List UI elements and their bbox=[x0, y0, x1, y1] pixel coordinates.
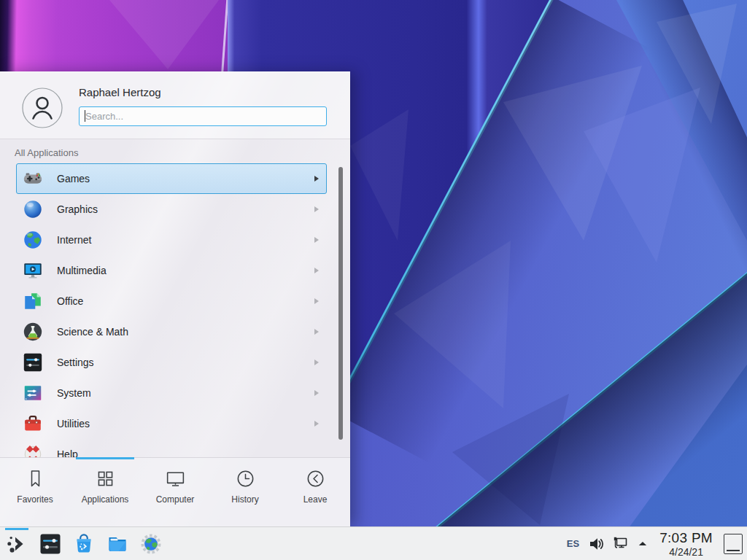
menu-item-settings[interactable]: Settings bbox=[16, 347, 327, 378]
flask-icon bbox=[22, 321, 44, 343]
network-icon bbox=[611, 535, 629, 553]
taskbar-panel: ES 7:03 PM 4/24/21 bbox=[0, 526, 747, 560]
digital-clock[interactable]: 7:03 PM 4/24/21 bbox=[657, 531, 716, 557]
submenu-arrow-icon bbox=[314, 268, 319, 273]
menu-item-internet[interactable]: Internet bbox=[16, 225, 327, 255]
launcher-application-launcher[interactable] bbox=[3, 527, 31, 560]
menu-item-games[interactable]: Games bbox=[16, 163, 327, 194]
tab-label: History bbox=[231, 494, 258, 505]
menu-item-office[interactable]: Office bbox=[16, 286, 327, 316]
kde-launcher-icon bbox=[5, 532, 28, 556]
expand-tray-button[interactable] bbox=[635, 537, 650, 551]
discover-bag-icon bbox=[72, 532, 96, 556]
tab-label: Applications bbox=[82, 494, 129, 505]
submenu-arrow-icon bbox=[314, 206, 319, 212]
menu-item-label: Utilities bbox=[57, 418, 90, 429]
submenu-arrow-icon bbox=[314, 298, 319, 304]
volume-button[interactable] bbox=[587, 535, 605, 553]
toolbox-icon bbox=[22, 413, 44, 435]
launcher-file-manager[interactable] bbox=[104, 527, 131, 560]
system-tray: ES 7:03 PM 4/24/21 bbox=[565, 531, 747, 557]
submenu-arrow-icon bbox=[314, 359, 319, 365]
sliders-gradient-icon bbox=[22, 382, 44, 404]
submenu-arrow-icon bbox=[314, 176, 319, 182]
scrollbar-handle[interactable] bbox=[338, 167, 343, 440]
media-monitor-icon bbox=[22, 260, 44, 281]
grid-icon bbox=[95, 468, 116, 489]
folder-icon bbox=[106, 532, 129, 556]
settings-dark-icon bbox=[39, 532, 62, 556]
show-desktop-button[interactable] bbox=[724, 534, 743, 554]
sliders-dark-icon bbox=[22, 351, 44, 373]
tab-label: Leave bbox=[303, 494, 328, 505]
launcher-discover[interactable] bbox=[70, 527, 98, 560]
menu-item-help[interactable]: Help bbox=[16, 439, 327, 457]
menu-item-label: Settings bbox=[57, 357, 94, 368]
menu-item-science-math[interactable]: Science & Math bbox=[16, 316, 327, 347]
clock-icon bbox=[235, 468, 256, 489]
clock-time: 7:03 PM bbox=[659, 531, 713, 545]
documents-icon bbox=[22, 290, 44, 312]
menu-item-label: System bbox=[57, 387, 91, 399]
gamepad-icon bbox=[22, 168, 44, 190]
clock-date: 4/24/21 bbox=[659, 547, 713, 557]
submenu-arrow-icon bbox=[314, 329, 319, 335]
tab-computer[interactable]: Computer bbox=[140, 458, 210, 526]
menu-item-system[interactable]: System bbox=[16, 378, 327, 408]
menu-item-label: Office bbox=[57, 295, 83, 307]
launcher-header: Raphael Hertzog bbox=[0, 72, 350, 139]
sphere-icon bbox=[22, 198, 44, 220]
globe-icon bbox=[22, 229, 44, 251]
submenu-arrow-icon bbox=[314, 237, 319, 243]
submenu-arrow-icon bbox=[314, 421, 319, 427]
tab-favorites[interactable]: Favorites bbox=[0, 458, 70, 526]
menu-item-utilities[interactable]: Utilities bbox=[16, 408, 327, 439]
user-avatar[interactable] bbox=[22, 88, 63, 128]
menu-item-label: Multimedia bbox=[57, 265, 107, 276]
menu-item-label: Games bbox=[57, 173, 90, 184]
tab-applications[interactable]: Applications bbox=[70, 458, 140, 526]
menu-item-multimedia[interactable]: Multimedia bbox=[16, 255, 327, 286]
launcher-system-settings[interactable] bbox=[36, 527, 64, 560]
tab-label: Computer bbox=[156, 494, 195, 505]
menu-item-label: Graphics bbox=[57, 203, 98, 215]
tab-history[interactable]: History bbox=[210, 458, 280, 526]
category-list: GamesGraphicsInternetMultimediaOfficeSci… bbox=[0, 163, 350, 457]
section-label: All Applications bbox=[15, 147, 350, 159]
network-button[interactable] bbox=[611, 535, 629, 553]
taskbar-launchers bbox=[0, 527, 165, 560]
launcher-web-browser[interactable] bbox=[137, 527, 165, 560]
search-field[interactable] bbox=[79, 106, 327, 126]
tab-label: Favorites bbox=[17, 494, 53, 505]
launcher-body: All Applications GamesGraphicsInternetMu… bbox=[0, 139, 350, 457]
globe-gear-icon bbox=[139, 532, 163, 556]
lifesaver-icon bbox=[22, 443, 44, 457]
leave-icon bbox=[305, 468, 326, 489]
caret-up-icon bbox=[635, 537, 650, 551]
user-name: Raphael Hertzog bbox=[79, 85, 350, 100]
monitor-icon bbox=[165, 468, 186, 489]
volume-icon bbox=[587, 535, 605, 553]
keyboard-layout-button[interactable]: ES bbox=[565, 538, 581, 549]
tab-leave[interactable]: Leave bbox=[280, 458, 350, 526]
tab-bar: FavoritesApplicationsComputerHistoryLeav… bbox=[0, 457, 350, 526]
submenu-arrow-icon bbox=[314, 390, 319, 396]
search-input[interactable] bbox=[80, 107, 326, 125]
menu-item-label: Internet bbox=[57, 234, 91, 246]
menu-item-label: Science & Math bbox=[57, 326, 128, 338]
menu-item-label: Help bbox=[57, 448, 78, 457]
menu-item-graphics[interactable]: Graphics bbox=[16, 194, 327, 225]
application-launcher-popup: Raphael Hertzog All Applications GamesGr… bbox=[0, 71, 350, 526]
bookmark-icon bbox=[25, 468, 46, 489]
